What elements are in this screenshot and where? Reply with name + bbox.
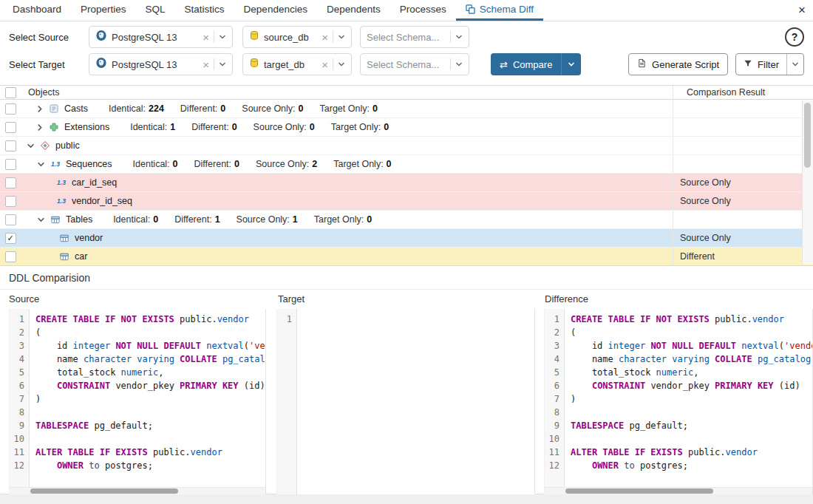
funnel-icon [744,59,752,70]
ddl-source-pane: 123456789101112CREATE TABLE IF NOT EXIST… [9,309,266,494]
scrollbar-thumb[interactable] [565,488,713,494]
clear-icon[interactable]: × [203,59,209,70]
code-line: TABLESPACE pg_default; [35,419,265,432]
code-line [571,432,812,446]
target-server-value: PostgreSQL 13 [112,59,198,70]
tab-dependencies[interactable]: Dependencies [234,0,317,21]
stat-target-only-: Target Only:0 [320,103,378,114]
help-button[interactable]: ? [785,27,804,47]
object-row-casts[interactable]: CastsIdentical:224Different:0Source Only… [0,100,813,118]
divider [214,58,214,70]
row-checkbox[interactable] [5,159,16,170]
row-checkbox[interactable] [5,103,16,115]
code-line: ALTER TABLE IF EXISTS public.vendor [571,446,812,459]
tab-processes[interactable]: Processes [390,0,456,21]
tab-label: Dependencies [244,4,307,15]
horizontal-scrollbar[interactable] [545,487,812,494]
clear-icon[interactable]: × [322,32,328,43]
stat-identical-: Identical:1 [130,122,175,132]
chevron-down-icon[interactable] [219,33,226,41]
stat-target-only-: Target Only:0 [331,122,389,132]
source-server-select[interactable]: PostgreSQL 13 × [89,26,233,48]
tab-properties[interactable]: Properties [71,0,136,21]
objects-column-header: Objects [21,87,673,98]
stat-identical-: Identical:224 [109,103,164,114]
caret-down-icon[interactable] [37,216,47,224]
close-icon[interactable]: × [798,3,806,18]
object-row-car[interactable]: carDifferent [0,248,813,266]
tab-dependents[interactable]: Dependents [317,0,390,21]
object-label: vendor_id_seq [72,196,132,206]
chevron-down-icon[interactable] [455,33,463,41]
row-checkbox[interactable] [5,122,16,133]
line-numbers: 123456789101112 [545,309,565,487]
vertical-scrollbar[interactable] [802,101,813,265]
object-label: Tables [66,214,92,225]
row-checkbox[interactable]: ✓ [5,233,16,244]
row-checkbox[interactable] [5,214,16,225]
tab-label: Statistics [185,4,225,15]
object-row-extensions[interactable]: ExtensionsIdentical:1Different:0Source O… [0,118,813,137]
caret-down-icon[interactable] [27,142,37,150]
chevron-down-icon[interactable] [219,61,226,68]
tab-statistics[interactable]: Statistics [175,0,234,21]
caret-down-icon[interactable] [37,160,47,168]
object-row-sequences[interactable]: 1.3SequencesIdentical:0Different:0Source… [0,155,813,174]
filter-dropdown-toggle[interactable] [786,54,803,75]
select-all-checkbox[interactable] [5,87,16,98]
tab-label: Processes [400,4,446,15]
comparison-result-value: Source Only [673,192,813,210]
chevron-down-icon[interactable] [338,33,345,41]
compare-dropdown-toggle[interactable] [561,53,581,75]
grid-header: Objects Comparison Result [0,86,813,100]
chevron-down-icon[interactable] [455,61,463,68]
tab-sql[interactable]: SQL [136,0,175,21]
chevron-down-icon[interactable] [338,61,345,68]
scrollbar-thumb[interactable] [30,488,178,494]
caret-right-icon[interactable] [35,105,46,113]
horizontal-scrollbar[interactable] [10,487,265,494]
postgresql-icon [95,57,107,72]
generate-script-button[interactable]: Generate Script [628,53,728,75]
row-checkbox[interactable] [5,251,16,262]
tab-label: Schema Diff [480,4,534,15]
source-schema-placeholder: Select Schema... [367,32,446,43]
source-database-select[interactable]: source_db × [242,26,352,48]
generate-script-label: Generate Script [652,59,719,70]
object-label: vendor [75,233,103,243]
compare-button[interactable]: ⇄ Compare [491,53,581,75]
code-line: CREATE TABLE IF NOT EXISTS public.vendor [571,313,812,326]
clear-icon[interactable]: × [322,59,328,70]
object-row-car-id-seq[interactable]: 1.3car_id_seqSource Only [0,174,813,192]
comparison-result-column-header: Comparison Result [673,86,813,99]
target-server-select[interactable]: PostgreSQL 13 × [89,53,233,75]
chevron-down-icon [568,61,575,68]
database-icon [249,58,259,71]
object-row-vendor-id-seq[interactable]: 1.3vendor_id_seqSource Only [0,192,813,211]
tab-list: DashboardPropertiesSQLStatisticsDependen… [3,0,543,21]
row-checkbox[interactable] [5,177,16,188]
compare-label: Compare [513,59,552,70]
caret-right-icon[interactable] [35,123,46,132]
target-database-select[interactable]: target_db × [242,53,352,75]
ddl-comparison-section: DDL Comparision Source Target Difference… [0,265,813,494]
stat-identical-: Identical:0 [113,214,158,225]
tab-dashboard[interactable]: Dashboard [3,0,71,21]
filter-button[interactable]: Filter [735,53,804,75]
target-schema-placeholder: Select Schema... [367,59,446,70]
clear-icon[interactable]: × [203,32,209,43]
code-line: ALTER TABLE IF EXISTS public.vendor [35,446,265,459]
stat-identical-: Identical:0 [133,159,178,169]
object-row-vendor[interactable]: ✓vendorSource Only [0,229,813,248]
row-checkbox[interactable] [5,196,16,207]
target-schema-select[interactable]: Select Schema... [360,53,469,75]
object-row-tables[interactable]: TablesIdentical:0Different:1Source Only:… [0,211,813,229]
scrollbar-thumb[interactable] [804,103,811,168]
tab-schema-diff[interactable]: Schema Diff [456,0,543,21]
difference-pane-label: Difference [545,293,588,304]
script-icon [637,58,647,70]
source-schema-select[interactable]: Select Schema... [360,26,469,48]
line-numbers: 1 [277,309,297,494]
object-row-public[interactable]: public [0,137,813,155]
row-checkbox[interactable] [5,140,16,151]
